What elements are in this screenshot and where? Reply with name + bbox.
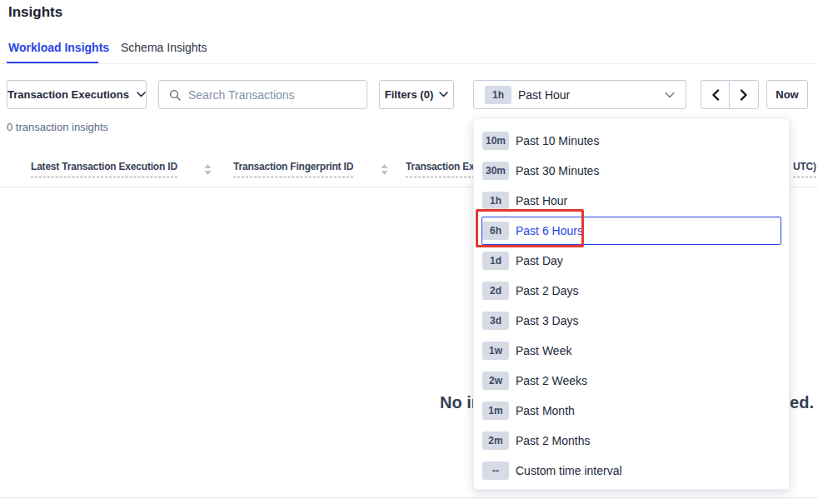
time-option-past-10-minutes[interactable]: 10m Past 10 Minutes — [474, 126, 789, 156]
table-bottom-divider — [0, 497, 818, 498]
insights-count: 0 transaction insights — [7, 121, 108, 133]
time-range-label: Past Hour — [518, 88, 570, 102]
chevron-down-icon — [665, 92, 675, 98]
time-option-past-2-months[interactable]: 2m Past 2 Months — [474, 426, 789, 456]
time-range-dropdown-menu: 10m Past 10 Minutes 30m Past 30 Minutes … — [473, 118, 790, 490]
sort-icon[interactable] — [204, 163, 212, 178]
transaction-type-dropdown[interactable]: Transaction Executions — [7, 80, 147, 109]
time-range-selector[interactable]: 1h Past Hour — [473, 80, 686, 109]
chevron-down-icon — [137, 92, 146, 97]
tab-workload-insights[interactable]: Workload Insights — [8, 41, 109, 54]
time-option-past-6-hours[interactable]: 6h Past 6 Hours — [474, 216, 789, 246]
insights-page: Insights Workload Insights Schema Insigh… — [0, 0, 818, 504]
time-option-past-day[interactable]: 1d Past Day — [474, 246, 789, 276]
time-range-prev-button[interactable] — [701, 80, 731, 109]
tab-schema-insights[interactable]: Schema Insights — [121, 41, 207, 54]
search-icon — [169, 89, 181, 101]
time-option-past-2-days[interactable]: 2d Past 2 Days — [474, 276, 789, 306]
time-option-past-week[interactable]: 1w Past Week — [474, 336, 789, 366]
chevron-down-icon — [439, 92, 448, 97]
now-button-label: Now — [776, 88, 798, 101]
column-header-transaction-fingerprint-id[interactable]: Transaction Fingerprint ID — [233, 161, 353, 177]
time-option-past-30-minutes[interactable]: 30m Past 30 Minutes — [474, 156, 789, 186]
column-header-latest-transaction-execution-id[interactable]: Latest Transaction Execution ID — [31, 161, 177, 177]
time-range-badge: 1h — [485, 86, 511, 104]
chevron-left-icon — [711, 89, 720, 101]
filters-dropdown[interactable]: Filters (0) — [379, 80, 454, 109]
sort-icon[interactable] — [381, 163, 388, 178]
time-range-next-button[interactable] — [729, 80, 759, 109]
time-option-past-month[interactable]: 1m Past Month — [474, 396, 789, 426]
column-header-utc-truncated[interactable]: UTC) — [793, 161, 816, 177]
now-button[interactable]: Now — [766, 80, 808, 109]
filters-label: Filters (0) — [385, 88, 434, 101]
column-header-transaction-execution-truncated[interactable]: Transaction Ex — [406, 161, 475, 177]
chevron-right-icon — [740, 89, 748, 101]
search-input[interactable] — [188, 88, 357, 102]
page-title: Insights — [8, 4, 62, 21]
tab-divider — [0, 63, 818, 64]
transaction-type-label: Transaction Executions — [7, 88, 129, 101]
search-box[interactable] — [158, 80, 367, 109]
time-option-past-3-days[interactable]: 3d Past 3 Days — [474, 306, 789, 336]
time-option-past-hour[interactable]: 1h Past Hour — [474, 186, 789, 216]
time-option-custom-time-interval[interactable]: -- Custom time interval — [474, 456, 789, 486]
time-option-past-2-weeks[interactable]: 2w Past 2 Weeks — [474, 366, 789, 396]
